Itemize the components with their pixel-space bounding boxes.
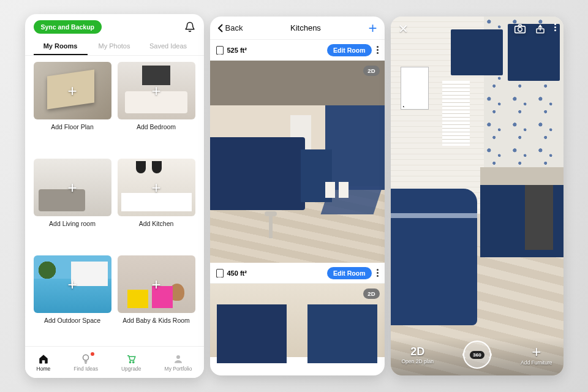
tab-my-photos[interactable]: My Photos bbox=[88, 37, 141, 55]
svg-point-1 bbox=[130, 361, 131, 363]
room-label: Add Floor Plan bbox=[51, 123, 93, 130]
row-actions: Edit Room bbox=[327, 44, 379, 56]
view-2d-badge[interactable]: 2D bbox=[363, 66, 379, 76]
add-room-button[interactable]: + bbox=[368, 20, 377, 37]
thumb-kitchen: + bbox=[118, 159, 195, 216]
room-row: 525 ft² Edit Room 2D bbox=[210, 40, 385, 263]
rooms-grid: + Add Floor Plan + Add Bedroom + Add Liv… bbox=[25, 56, 204, 346]
row-header: 450 ft² Edit Room bbox=[210, 263, 385, 284]
plus-icon: + bbox=[532, 344, 541, 360]
bottom-toolbar: 2D Open 2D plan 360 + Add Furniture bbox=[391, 337, 564, 375]
room-card-kitchen[interactable]: + Add Kitchen bbox=[118, 159, 195, 249]
top-toolbar: ✕ bbox=[391, 21, 564, 36]
notification-dot bbox=[91, 352, 94, 356]
nav-my-portfolio[interactable]: My Portfolio bbox=[165, 353, 192, 372]
room-label: Add Outdoor Space bbox=[44, 317, 100, 324]
room-card-bedroom[interactable]: + Add Bedroom bbox=[118, 62, 195, 153]
room-label: Add Bedroom bbox=[137, 123, 176, 130]
edit-room-button[interactable]: Edit Room bbox=[327, 267, 372, 279]
back-button[interactable]: Back bbox=[217, 23, 243, 32]
tab-my-rooms[interactable]: My Rooms bbox=[34, 37, 88, 55]
room-label: Add Kitchen bbox=[139, 220, 174, 227]
nav-label: Upgrade bbox=[121, 366, 141, 372]
more-menu-icon[interactable] bbox=[377, 269, 379, 277]
room-card-kids-room[interactable]: + Add Baby & Kids Room bbox=[118, 255, 195, 346]
thumb-living-room: + bbox=[34, 159, 111, 216]
area-value: 525 ft² bbox=[227, 47, 247, 54]
notification-bell-icon[interactable] bbox=[184, 21, 195, 32]
sync-backup-button[interactable]: Sync and Backup bbox=[34, 20, 102, 34]
phone-screen-kitchens-list: Back Kitchens + 525 ft² Edit Room bbox=[210, 17, 385, 375]
badge-360: 360 bbox=[470, 351, 484, 359]
home-icon bbox=[38, 353, 49, 364]
room-label: Add Living room bbox=[49, 220, 96, 227]
action-subtitle: Add Furniture bbox=[521, 360, 552, 366]
row-header: 525 ft² Edit Room bbox=[210, 40, 385, 61]
tab-saved-ideas[interactable]: Saved Ideas bbox=[141, 37, 195, 55]
camera-icon[interactable] bbox=[514, 23, 526, 34]
more-menu-icon[interactable] bbox=[554, 23, 556, 34]
nav-label: Home bbox=[37, 366, 51, 372]
more-menu-icon[interactable] bbox=[377, 46, 379, 54]
thumb-kids-room: + bbox=[118, 255, 195, 313]
room-card-floor-plan[interactable]: + Add Floor Plan bbox=[34, 62, 111, 153]
edit-room-button[interactable]: Edit Room bbox=[327, 44, 372, 56]
nav-label: Find Ideas bbox=[74, 366, 98, 372]
phone-screen-my-rooms: Sync and Backup My Rooms My Photos Saved… bbox=[25, 14, 204, 378]
room-card-living-room[interactable]: + Add Living room bbox=[34, 159, 111, 249]
nav-home[interactable]: Home bbox=[37, 353, 51, 372]
close-button[interactable]: ✕ bbox=[398, 21, 409, 36]
room-render[interactable]: 2D bbox=[210, 284, 385, 357]
cart-icon bbox=[126, 353, 137, 364]
open-2d-button[interactable]: 2D Open 2D plan bbox=[402, 345, 434, 364]
add-icon: + bbox=[67, 81, 77, 100]
back-label: Back bbox=[225, 23, 243, 32]
thumb-bedroom: + bbox=[118, 62, 195, 119]
area-label: 450 ft² bbox=[216, 269, 247, 277]
nav-label: My Portfolio bbox=[165, 366, 192, 372]
room-3d-scene[interactable] bbox=[391, 17, 564, 375]
tabs: My Rooms My Photos Saved Ideas bbox=[25, 37, 204, 56]
page-title: Kitchens bbox=[290, 23, 321, 32]
chevron-left-icon bbox=[217, 24, 224, 32]
toolbar-right bbox=[514, 23, 556, 34]
room-card-outdoor[interactable]: + Add Outdoor Space bbox=[34, 255, 111, 346]
svg-point-0 bbox=[83, 355, 89, 360]
svg-point-5 bbox=[518, 28, 522, 32]
lightbulb-icon bbox=[80, 353, 91, 364]
user-icon bbox=[173, 353, 184, 364]
add-icon: + bbox=[151, 275, 160, 294]
svg-point-2 bbox=[133, 361, 134, 363]
area-value: 450 ft² bbox=[227, 270, 247, 277]
top-bar: Sync and Backup bbox=[25, 14, 204, 37]
nav-bar: Back Kitchens + bbox=[210, 17, 385, 40]
action-title: 2D bbox=[410, 345, 424, 358]
rooms-list[interactable]: 525 ft² Edit Room 2D bbox=[210, 40, 385, 375]
add-icon: + bbox=[67, 178, 77, 197]
room-render[interactable]: 2D bbox=[210, 61, 385, 263]
bookmark-icon[interactable] bbox=[216, 269, 224, 277]
phone-screen-3d-view: ✕ 2D Open 2D plan 360 + Add Furniture bbox=[391, 17, 564, 375]
thumb-outdoor: + bbox=[34, 255, 111, 313]
add-icon: + bbox=[151, 81, 160, 100]
view-2d-badge[interactable]: 2D bbox=[363, 288, 379, 299]
bottom-nav: Home Find Ideas Upgrade My Portfolio bbox=[25, 346, 204, 378]
nav-upgrade[interactable]: Upgrade bbox=[121, 353, 141, 372]
share-icon[interactable] bbox=[535, 23, 546, 34]
thumb-floor-plan: + bbox=[34, 62, 111, 119]
add-furniture-button[interactable]: + Add Furniture bbox=[521, 344, 552, 366]
add-icon: + bbox=[67, 275, 77, 294]
bookmark-icon[interactable] bbox=[216, 46, 224, 55]
row-actions: Edit Room bbox=[327, 267, 379, 279]
room-row: 450 ft² Edit Room 2D bbox=[210, 263, 385, 357]
area-label: 525 ft² bbox=[216, 46, 247, 55]
rotate-360-button[interactable]: 360 bbox=[463, 341, 491, 369]
action-subtitle: Open 2D plan bbox=[402, 358, 434, 364]
add-icon: + bbox=[151, 178, 160, 197]
svg-point-3 bbox=[176, 355, 180, 359]
room-label: Add Baby & Kids Room bbox=[123, 317, 190, 324]
nav-find-ideas[interactable]: Find Ideas bbox=[74, 353, 98, 372]
